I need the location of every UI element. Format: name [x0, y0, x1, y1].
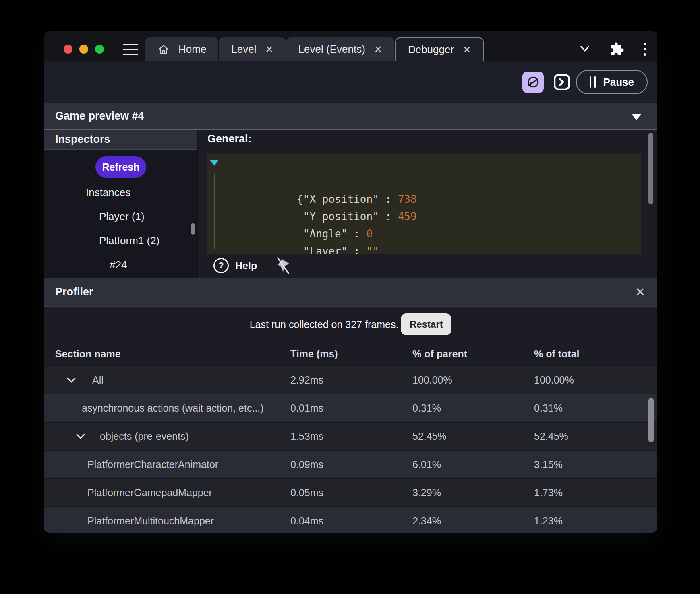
console-button[interactable] — [553, 73, 571, 91]
general-section-title: General: — [207, 133, 252, 145]
row-chevron-icon[interactable] — [66, 377, 76, 383]
tree-item-instance-24[interactable]: #24 — [44, 253, 197, 277]
restart-button[interactable]: Restart — [401, 314, 451, 335]
tab-bar: Home Level ✕ Level (Events) ✕ Debugger ✕ — [44, 31, 657, 61]
kebab-menu-icon[interactable] — [643, 41, 647, 57]
profiler-toggle-button[interactable] — [522, 72, 544, 93]
time-value: 0.04ms — [290, 515, 412, 527]
tab-label: Home — [178, 43, 206, 56]
percent-of-total-value: 100.00% — [534, 374, 657, 386]
percent-of-total-value: 3.15% — [534, 459, 657, 470]
inspectors-list: Refresh Instances Player (1) Platform1 (… — [44, 150, 197, 278]
section-name: All — [92, 374, 104, 386]
profiler-scrollbar[interactable] — [648, 398, 654, 442]
profiler-header: Profiler ✕ — [44, 278, 657, 307]
tab-level-events[interactable]: Level (Events) ✕ — [286, 37, 394, 61]
column-header-section-name: Section name — [44, 348, 290, 360]
tab-debugger[interactable]: Debugger ✕ — [395, 37, 484, 61]
close-profiler-icon[interactable]: ✕ — [635, 286, 645, 298]
debugger-main: Inspectors Refresh Instances Player (1) … — [44, 130, 657, 278]
close-window-button[interactable] — [64, 45, 72, 54]
tab-label: Level (Events) — [298, 43, 365, 56]
collapse-caret-icon[interactable] — [632, 114, 641, 120]
table-row[interactable]: asynchronous actions (wait action, etc..… — [44, 394, 657, 422]
tab-label: Debugger — [408, 43, 454, 56]
expand-triangle-icon[interactable] — [210, 160, 219, 166]
detail-scrollbar[interactable] — [648, 133, 653, 204]
app-window: Home Level ✕ Level (Events) ✕ Debugger ✕ — [44, 31, 657, 533]
zoom-window-button[interactable] — [95, 45, 104, 54]
tree-item-player[interactable]: Player (1) — [44, 204, 197, 229]
help-label: Help — [235, 260, 257, 272]
console-prompt-icon — [553, 73, 571, 91]
tree-item-instances[interactable]: Instances — [44, 180, 197, 204]
time-value: 2.92ms — [290, 374, 412, 386]
tabbar-right-actions — [578, 41, 647, 57]
inspectors-scrollbar[interactable] — [191, 223, 195, 235]
json-value: 0 — [366, 228, 373, 240]
tab-strip: Home Level ✕ Level (Events) ✕ Debugger ✕ — [145, 37, 484, 61]
table-row[interactable]: objects (pre-events) 1.53ms 52.45% 52.45… — [44, 422, 657, 450]
inspectors-tree: Instances Player (1) Platform1 (2) #24 — [44, 180, 197, 277]
section-name: PlatformerGamepadMapper — [87, 487, 212, 499]
column-header-percent-total: % of total — [534, 348, 657, 360]
json-value: 738 — [398, 193, 417, 205]
minimize-window-button[interactable] — [79, 45, 88, 54]
refresh-button[interactable]: Refresh — [95, 156, 146, 178]
time-value: 0.01ms — [290, 402, 412, 414]
json-separator: : — [379, 193, 398, 205]
profiler-title: Profiler — [55, 286, 635, 298]
json-key: "Layer" — [303, 245, 348, 254]
json-key: "Y position" — [303, 210, 379, 223]
table-row[interactable]: PlatformerCharacterAnimator 0.09ms 6.01%… — [44, 450, 657, 478]
column-header-percent-parent: % of parent — [412, 348, 534, 360]
percent-of-parent-value: 100.00% — [412, 374, 534, 386]
tab-level[interactable]: Level ✕ — [219, 37, 285, 61]
indent-guide — [214, 173, 215, 249]
game-preview-title: Game preview #4 — [55, 110, 144, 122]
main-menu-button[interactable] — [123, 44, 138, 55]
inspectors-header: Inspectors — [44, 130, 197, 150]
percent-of-parent-value: 0.31% — [412, 402, 534, 414]
percent-of-total-value: 52.45% — [534, 431, 657, 442]
home-icon — [157, 43, 170, 56]
chevron-down-icon[interactable] — [578, 44, 591, 54]
json-separator: : — [347, 228, 366, 240]
pause-label: Pause — [603, 76, 634, 89]
profiler-status-row: Last run collected on 327 frames. Restar… — [44, 307, 657, 342]
close-tab-icon[interactable]: ✕ — [265, 45, 273, 54]
percent-of-parent-value: 3.29% — [412, 487, 534, 499]
pause-icon — [590, 76, 596, 88]
json-separator: : — [347, 245, 366, 254]
table-row[interactable]: All 2.92ms 100.00% 100.00% — [44, 365, 657, 394]
tab-label: Level — [231, 43, 256, 56]
table-row[interactable]: PlatformerGamepadMapper 0.05ms 3.29% 1.7… — [44, 478, 657, 506]
json-value: 459 — [398, 210, 417, 223]
json-value: "" — [366, 245, 379, 254]
pause-button[interactable]: Pause — [576, 70, 648, 94]
desktop-background: Home Level ✕ Level (Events) ✕ Debugger ✕ — [0, 0, 700, 594]
tree-item-platform1[interactable]: Platform1 (2) — [44, 229, 197, 253]
game-preview-header[interactable]: Game preview #4 — [44, 103, 657, 130]
extensions-puzzle-icon[interactable] — [610, 42, 624, 56]
profiler-status-text: Last run collected on 327 frames. — [250, 319, 399, 330]
close-tab-icon[interactable]: ✕ — [463, 45, 471, 55]
profiler-body: Last run collected on 327 frames. Restar… — [44, 307, 657, 533]
column-header-time: Time (ms) — [290, 348, 412, 360]
json-key: "Angle" — [303, 228, 348, 240]
help-icon[interactable]: ? — [213, 258, 229, 273]
inspectors-title: Inspectors — [55, 133, 110, 146]
table-row[interactable]: PlatformerMultitouchMapper 0.04ms 2.34% … — [44, 506, 657, 533]
section-name: asynchronous actions (wait action, etc..… — [82, 402, 264, 414]
percent-of-total-value: 1.23% — [534, 515, 657, 527]
traffic-lights — [64, 45, 104, 54]
profiler-table-header: Section name Time (ms) % of parent % of … — [44, 342, 657, 365]
section-name: PlatformerMultitouchMapper — [87, 515, 214, 527]
section-name: PlatformerCharacterAnimator — [87, 459, 218, 470]
debugger-toolbar: Pause — [44, 61, 657, 103]
unpin-icon[interactable] — [275, 257, 291, 274]
profiler-gauge-icon — [527, 76, 540, 89]
tab-home[interactable]: Home — [145, 37, 218, 61]
close-tab-icon[interactable]: ✕ — [374, 45, 382, 54]
row-chevron-icon[interactable] — [76, 433, 85, 439]
